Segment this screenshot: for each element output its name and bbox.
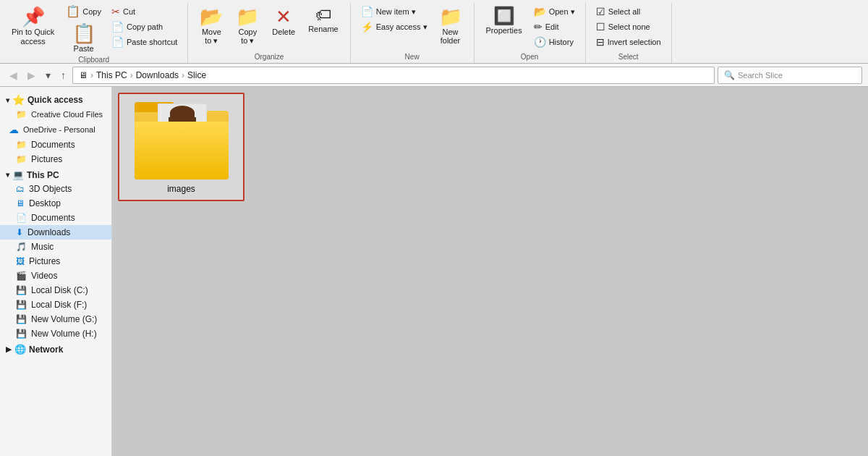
properties-icon: 🔲 (493, 7, 515, 25)
copy-button[interactable]: 📋 Copy (61, 4, 106, 20)
sidebar-item-local-disk-f[interactable]: 💾 Local Disk (F:) (0, 297, 111, 312)
copy-path-icon: 📄 (111, 21, 124, 33)
paste-icon: 📋 (72, 24, 95, 43)
easy-access-button[interactable]: ⚡ Easy access ▾ (357, 20, 432, 34)
properties-button[interactable]: 🔲 Properties (480, 4, 528, 38)
address-path[interactable]: 🖥 › This PC › Downloads › Slice (72, 67, 715, 84)
back-button[interactable]: ◀ (6, 67, 21, 83)
invert-selection-button[interactable]: ⊟ Invert selection (592, 35, 665, 49)
sidebar-item-network[interactable]: ▶ 🌐 Network (0, 341, 111, 356)
folder-label: images (167, 184, 195, 194)
chevron-icon: ▾ (6, 171, 9, 179)
move-to-icon: 📂 (200, 7, 223, 26)
folder-icon: 📁 (16, 109, 27, 119)
folder-icon: 📁 (16, 154, 27, 164)
disk-icon-g: 💾 (16, 314, 27, 324)
organize-buttons: 📂 Moveto ▾ 📁 Copyto ▾ ✕ Delete 🏷 Rename (194, 4, 344, 53)
sidebar-item-3d-objects[interactable]: 🗂 3D Objects (0, 182, 111, 196)
history-icon: 🕐 (534, 36, 546, 48)
history-button[interactable]: 🕐 History (529, 35, 579, 49)
pin-quick-access-button[interactable]: 📌 Pin to Quick access (6, 4, 60, 49)
computer-icon: 💻 (12, 169, 24, 180)
videos-icon: 🎬 (16, 271, 27, 281)
new-buttons: 📄 New item ▾ ⚡ Easy access ▾ 📁 Newfolder (357, 4, 468, 53)
recent-locations-button[interactable]: ▾ (42, 67, 54, 83)
music-icon: 🎵 (16, 242, 27, 252)
network-icon: 🌐 (14, 344, 26, 355)
delete-icon: ✕ (276, 7, 292, 26)
quick-access-icon: ⭐ (12, 94, 25, 106)
search-placeholder: Search Slice (738, 71, 783, 80)
edit-button[interactable]: ✏ Edit (529, 20, 579, 34)
sidebar-item-new-volume-h[interactable]: 💾 New Volume (H:) (0, 326, 111, 341)
copy-to-button[interactable]: 📁 Copyto ▾ (230, 4, 265, 48)
invert-selection-icon: ⊟ (596, 36, 605, 48)
ribbon: 📌 Pin to Quick access 📋 Copy 📋 Paste ✂ C… (0, 0, 868, 64)
content-area: images (112, 87, 868, 456)
ribbon-group-organize: 📂 Moveto ▾ 📁 Copyto ▾ ✕ Delete 🏷 Rename … (188, 3, 350, 63)
select-buttons: ☑ Select all ☐ Select none ⊟ Invert sele… (592, 4, 665, 53)
sidebar-item-desktop[interactable]: 🖥 Desktop (0, 196, 111, 211)
search-box[interactable]: 🔍 Search Slice (718, 67, 862, 84)
delete-button[interactable]: ✕ Delete (266, 4, 301, 39)
cut-button[interactable]: ✂ Cut (107, 4, 182, 19)
disk-icon: 💾 (16, 285, 27, 295)
ribbon-group-select: ☑ Select all ☐ Select none ⊟ Invert sele… (586, 3, 672, 63)
new-folder-icon: 📁 (439, 7, 462, 26)
folder-icon: 📁 (16, 140, 27, 150)
search-icon: 🔍 (724, 70, 735, 80)
path-downloads: Downloads (136, 70, 179, 80)
rename-button[interactable]: 🏷 Rename (302, 4, 344, 36)
sidebar-item-local-disk-c[interactable]: 💾 Local Disk (C:) (0, 283, 111, 297)
folder-icon-wrapper (135, 100, 229, 180)
paste-shortcut-button[interactable]: 📄 Paste shortcut (107, 35, 182, 49)
onedrive-icon: ☁ (9, 124, 19, 135)
sidebar-item-music[interactable]: 🎵 Music (0, 240, 111, 254)
folder-front (135, 122, 229, 180)
clipboard-small-col: ✂ Cut 📄 Copy path 📄 Paste shortcut (107, 4, 182, 49)
sidebar-item-creative-cloud[interactable]: 📁 Creative Cloud Files (0, 107, 111, 122)
chevron-right-icon-network: ▶ (6, 345, 12, 353)
paste-button[interactable]: 📋 Paste (61, 21, 106, 56)
sidebar-item-pictures-pc[interactable]: 🖼 Pictures (0, 254, 111, 269)
sidebar-item-documents-od[interactable]: 📁 Documents (0, 138, 111, 152)
sidebar-item-onedrive[interactable]: ☁ OneDrive - Personal (0, 122, 111, 138)
select-none-button[interactable]: ☐ Select none (592, 20, 665, 34)
paste-shortcut-icon: 📄 (111, 36, 124, 48)
open-icon: 📂 (534, 6, 546, 17)
chevron-right-icon: ▾ (6, 96, 9, 104)
up-button[interactable]: ↑ (57, 67, 69, 83)
main-layout: ▾ ⭐ Quick access 📁 Creative Cloud Files … (0, 87, 868, 456)
new-item-button[interactable]: 📄 New item ▾ (357, 4, 432, 19)
select-all-icon: ☑ (596, 6, 605, 17)
copy-path-button[interactable]: 📄 Copy path (107, 20, 182, 34)
rename-icon: 🏷 (315, 7, 331, 23)
folder-item-images[interactable]: images (118, 93, 244, 201)
sidebar-item-videos[interactable]: 🎬 Videos (0, 269, 111, 283)
sidebar-item-downloads[interactable]: ⬇ Downloads (0, 225, 111, 240)
sidebar-item-pictures-od[interactable]: 📁 Pictures (0, 152, 111, 166)
ribbon-group-new: 📄 New item ▾ ⚡ Easy access ▾ 📁 Newfolder… (351, 3, 475, 63)
sidebar-item-quick-access[interactable]: ▾ ⭐ Quick access (0, 91, 111, 107)
forward-button[interactable]: ▶ (24, 67, 39, 83)
open-buttons: 🔲 Properties 📂 Open ▾ ✏ Edit 🕐 History (480, 4, 579, 53)
copy-to-icon: 📁 (236, 7, 259, 26)
move-to-button[interactable]: 📂 Moveto ▾ (194, 4, 229, 48)
sidebar-item-documents-pc[interactable]: 📄 Documents (0, 211, 111, 225)
edit-icon: ✏ (534, 21, 542, 33)
new-folder-button[interactable]: 📁 Newfolder (433, 4, 468, 48)
new-item-icon: 📄 (361, 6, 373, 17)
downloads-icon: ⬇ (16, 227, 23, 237)
new-small-col: 📄 New item ▾ ⚡ Easy access ▾ (357, 4, 432, 34)
select-all-button[interactable]: ☑ Select all (592, 4, 665, 19)
disk-icon-h: 💾 (16, 329, 27, 339)
sidebar-item-new-volume-g[interactable]: 💾 New Volume (G:) (0, 312, 111, 326)
path-this-pc: This PC (96, 70, 127, 80)
cut-icon: ✂ (111, 6, 120, 17)
sidebar-item-this-pc[interactable]: ▾ 💻 This PC (0, 166, 111, 182)
pin-icon: 📌 (22, 7, 45, 26)
3d-icon: 🗂 (16, 184, 25, 194)
copy-icon: 📋 (66, 6, 80, 17)
desktop-icon: 🖥 (16, 198, 25, 208)
open-button[interactable]: 📂 Open ▾ (529, 4, 579, 19)
